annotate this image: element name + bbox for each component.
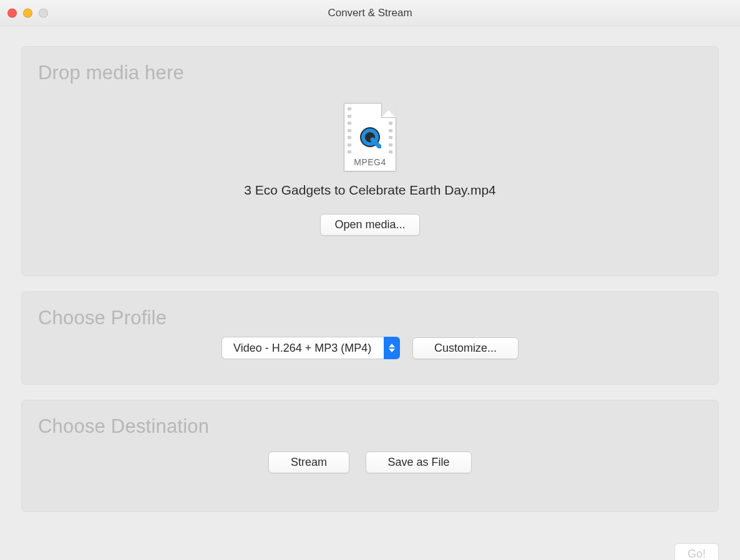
drop-media-body: MPEG4 3 Eco Gadgets to Celebrate Earth D… bbox=[22, 84, 718, 236]
chevron-up-down-icon[interactable] bbox=[384, 337, 400, 359]
minimize-icon[interactable] bbox=[23, 8, 32, 17]
destination-controls: Stream Save as File bbox=[22, 451, 718, 473]
save-as-file-button[interactable]: Save as File bbox=[366, 451, 472, 473]
zoom-icon bbox=[39, 8, 48, 17]
dogear-icon bbox=[381, 103, 396, 118]
choose-profile-panel: Choose Profile Video - H.264 + MP3 (MP4)… bbox=[21, 291, 719, 385]
close-icon[interactable] bbox=[7, 8, 17, 17]
quicktime-icon bbox=[359, 126, 381, 151]
choose-profile-heading: Choose Profile bbox=[22, 292, 718, 329]
window-title: Convert & Stream bbox=[328, 7, 412, 19]
window-content: Drop media here MPEG4 bbox=[0, 26, 740, 539]
profile-controls: Video - H.264 + MP3 (MP4) Customize... bbox=[22, 337, 718, 359]
film-sprockets-left-icon bbox=[348, 107, 351, 153]
titlebar: Convert & Stream bbox=[0, 0, 740, 26]
choose-destination-heading: Choose Destination bbox=[22, 400, 718, 438]
customize-profile-button[interactable]: Customize... bbox=[412, 337, 518, 359]
drop-media-heading: Drop media here bbox=[22, 47, 718, 84]
stream-button[interactable]: Stream bbox=[268, 451, 349, 473]
footer: Go! bbox=[0, 539, 740, 560]
open-media-button[interactable]: Open media... bbox=[320, 214, 419, 236]
choose-destination-panel: Choose Destination Stream Save as File bbox=[21, 400, 719, 512]
profile-select[interactable]: Video - H.264 + MP3 (MP4) bbox=[222, 337, 400, 359]
media-file-name: 3 Eco Gadgets to Celebrate Earth Day.mp4 bbox=[244, 183, 496, 198]
file-type-label: MPEG4 bbox=[344, 157, 396, 167]
drop-media-panel[interactable]: Drop media here MPEG4 bbox=[21, 46, 719, 276]
window-controls bbox=[7, 8, 48, 17]
media-file-icon: MPEG4 bbox=[344, 103, 396, 171]
profile-select-value[interactable]: Video - H.264 + MP3 (MP4) bbox=[222, 337, 384, 359]
go-button: Go! bbox=[674, 543, 719, 560]
